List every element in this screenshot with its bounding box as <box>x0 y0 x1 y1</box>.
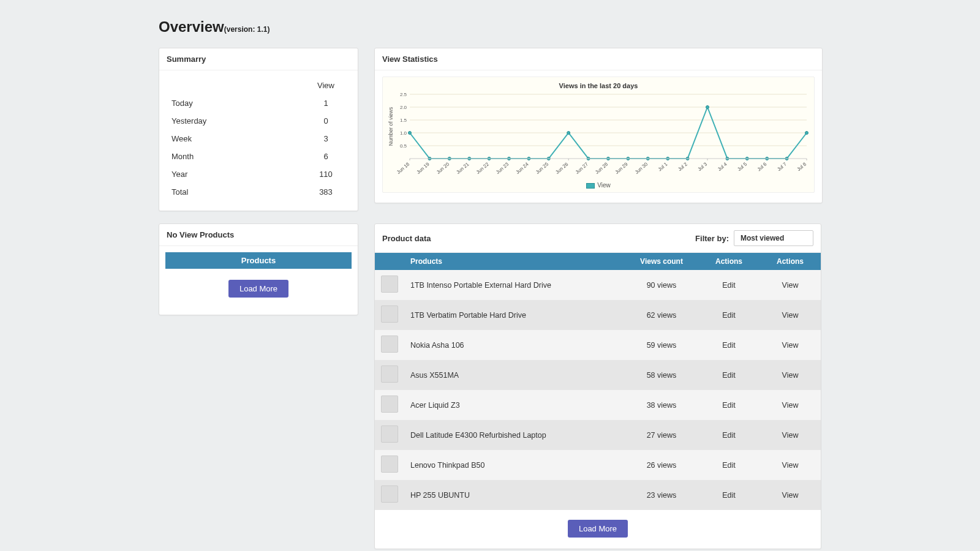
col-actions-1: Actions <box>698 253 760 270</box>
col-views: Views count <box>625 253 698 270</box>
svg-text:Jun 18: Jun 18 <box>396 161 411 175</box>
chart-area: Views in the last 20 days 0.51.01.52.02.… <box>382 77 815 193</box>
product-views: 38 views <box>625 390 698 420</box>
svg-text:Jun 20: Jun 20 <box>435 161 451 175</box>
product-load-more-button[interactable]: Load More <box>568 520 628 538</box>
view-link[interactable]: View <box>782 431 799 440</box>
product-name: Dell Latitude E4300 Refurbished Laptop <box>404 420 625 450</box>
product-views: 58 views <box>625 360 698 390</box>
table-row: Acer Liquid Z338 viewsEditView <box>375 390 821 420</box>
product-thumb-icon <box>381 485 398 503</box>
filter-value: Most viewed <box>741 234 784 242</box>
summary-row: Total383 <box>167 183 350 201</box>
page-header: Overview(version: 1.1) <box>159 18 821 36</box>
chart-svg: 0.51.01.52.02.5Number of viewsJun 18Jun … <box>386 92 810 181</box>
product-views: 59 views <box>625 330 698 360</box>
svg-text:Jul 3: Jul 3 <box>697 161 709 172</box>
col-actions-2: Actions <box>760 253 821 270</box>
view-link[interactable]: View <box>782 311 799 320</box>
svg-text:Jul 2: Jul 2 <box>677 161 688 172</box>
view-link[interactable]: View <box>782 401 799 410</box>
svg-point-73 <box>805 132 809 135</box>
product-name: 1TB Intenso Portable External Hard Drive <box>404 270 625 300</box>
page-title: Overview <box>159 18 224 35</box>
product-thumb-icon <box>381 305 398 323</box>
svg-text:2.0: 2.0 <box>400 105 407 110</box>
summary-row: Yesterday0 <box>167 112 350 130</box>
view-link[interactable]: View <box>782 341 799 350</box>
table-row: 1TB Verbatim Portable Hard Drive62 views… <box>375 300 821 330</box>
svg-text:Jun 23: Jun 23 <box>495 161 510 175</box>
edit-link[interactable]: Edit <box>722 431 736 440</box>
svg-text:Jul 8: Jul 8 <box>796 161 808 172</box>
svg-text:Jul 5: Jul 5 <box>736 161 748 172</box>
product-data-card: Product data Filter by: Most viewed <box>374 223 821 549</box>
product-thumb-icon <box>381 455 398 473</box>
view-link[interactable]: View <box>782 371 799 380</box>
product-thumb-icon <box>381 276 398 293</box>
table-row: Lenovo Thinkpad B5026 viewsEditView <box>375 450 821 480</box>
summary-col-view: View <box>301 77 350 94</box>
summary-row-value: 6 <box>301 148 350 165</box>
summary-row-label: Month <box>167 148 301 165</box>
product-views: 23 views <box>625 480 698 510</box>
view-stats-title: View Statistics <box>375 48 822 70</box>
legend-label: View <box>597 182 611 189</box>
table-row: HP 255 UBUNTU23 viewsEditView <box>375 480 821 510</box>
svg-text:Jul 4: Jul 4 <box>717 161 728 172</box>
summary-row-value: 110 <box>301 165 350 183</box>
edit-link[interactable]: Edit <box>722 371 736 380</box>
noview-col-products: Products <box>165 252 352 269</box>
product-views: 27 views <box>625 420 698 450</box>
product-views: 62 views <box>625 300 698 330</box>
svg-text:Jun 19: Jun 19 <box>415 161 431 175</box>
edit-link[interactable]: Edit <box>722 491 736 500</box>
svg-point-68 <box>706 106 709 109</box>
legend-swatch-icon <box>586 183 595 189</box>
product-thumb-icon <box>381 395 398 413</box>
filter-select[interactable]: Most viewed <box>734 230 813 246</box>
product-name: Acer Liquid Z3 <box>404 390 625 420</box>
summary-table: View Today1Yesterday0Week3Month6Year110T… <box>167 77 350 201</box>
product-name: HP 255 UBUNTU <box>404 480 625 510</box>
view-stats-card: View Statistics Views in the last 20 day… <box>374 48 823 203</box>
summary-row: Week3 <box>167 130 350 148</box>
summary-row-value: 0 <box>301 112 350 130</box>
svg-text:Number of views: Number of views <box>388 107 394 146</box>
product-name: Lenovo Thinkpad B50 <box>404 450 625 480</box>
summary-row-value: 383 <box>301 183 350 201</box>
svg-text:Jul 6: Jul 6 <box>756 161 768 172</box>
edit-link[interactable]: Edit <box>722 401 736 410</box>
noview-title: No View Products <box>159 224 358 246</box>
edit-link[interactable]: Edit <box>722 281 736 290</box>
svg-text:Jun 30: Jun 30 <box>634 161 649 175</box>
edit-link[interactable]: Edit <box>722 311 736 320</box>
svg-text:Jun 24: Jun 24 <box>514 161 530 175</box>
summary-row-label: Year <box>167 165 301 183</box>
svg-point-53 <box>409 132 412 135</box>
summary-row: Year110 <box>167 165 350 183</box>
noview-load-more-button[interactable]: Load More <box>228 280 288 298</box>
view-link[interactable]: View <box>782 461 799 470</box>
table-row: Dell Latitude E4300 Refurbished Laptop27… <box>375 420 821 450</box>
svg-text:Jun 22: Jun 22 <box>475 161 491 175</box>
col-products: Products <box>404 253 625 270</box>
summary-row: Month6 <box>167 148 350 165</box>
edit-link[interactable]: Edit <box>722 341 736 350</box>
noview-card: No View Products Products Load More <box>159 223 358 315</box>
edit-link[interactable]: Edit <box>722 461 736 470</box>
table-row: Asus X551MA58 viewsEditView <box>375 360 821 390</box>
table-row: Nokia Asha 10659 viewsEditView <box>375 330 821 360</box>
view-link[interactable]: View <box>782 281 799 290</box>
svg-text:Jun 29: Jun 29 <box>614 161 629 175</box>
product-thumb-icon <box>381 365 398 383</box>
summary-row-value: 1 <box>301 94 350 112</box>
svg-text:Jun 25: Jun 25 <box>535 161 550 175</box>
summary-card-title: Summarry <box>159 48 358 70</box>
view-link[interactable]: View <box>782 491 799 500</box>
filter-label: Filter by: <box>695 234 729 243</box>
svg-text:Jul 1: Jul 1 <box>657 161 669 172</box>
svg-point-61 <box>567 132 570 135</box>
svg-text:1.5: 1.5 <box>400 118 407 123</box>
product-name: Asus X551MA <box>404 360 625 390</box>
